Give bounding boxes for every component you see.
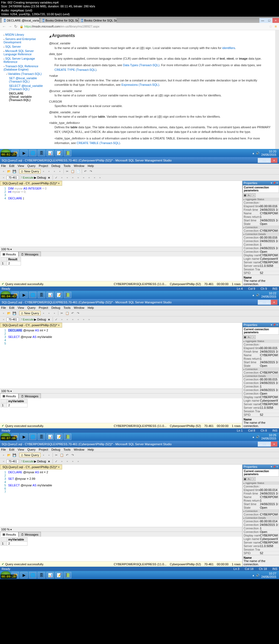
taskbar-media[interactable]: ▶ bbox=[20, 150, 28, 156]
sql-editor[interactable]: 1DIM myvar AS INTEGER = 0 2int myvar = 0… bbox=[0, 186, 242, 247]
tb-save[interactable]: 💾 bbox=[12, 169, 17, 174]
tb-btn[interactable]: ▫ bbox=[98, 175, 102, 180]
star-icon[interactable]: ☆ bbox=[269, 24, 272, 29]
sidebar-item[interactable]: Microsoft SQL Server Language Reference bbox=[1, 49, 44, 56]
system-tray[interactable]: ▴🔊 10:2024/06/2015 bbox=[253, 150, 278, 156]
tb-btn[interactable]: ▫ bbox=[1, 175, 6, 180]
tb-undo[interactable]: ↶ bbox=[83, 169, 88, 174]
results-tab[interactable]: ▦ Results bbox=[0, 252, 19, 257]
sidebar-item[interactable]: SELECT @local_variable (Transact-SQL) bbox=[1, 84, 44, 91]
tb-check[interactable]: ✓ bbox=[54, 175, 59, 180]
tb-btn[interactable]: ▫ bbox=[76, 175, 81, 180]
tb-btn[interactable]: ▫ bbox=[65, 175, 70, 180]
link-create-type[interactable]: CREATE TYPE (Transact-SQL) bbox=[54, 68, 96, 71]
zoom-indicator[interactable]: 100 % ▾ bbox=[0, 247, 242, 251]
menu-tools[interactable]: Tools bbox=[63, 164, 71, 167]
tb-btn[interactable]: ▫ bbox=[41, 169, 46, 174]
pin-icon[interactable]: ▾ 📌 × bbox=[271, 182, 278, 184]
tab-active[interactable]: mDECLARE @local_variabl× bbox=[1, 18, 40, 23]
menu-query[interactable]: Query bbox=[27, 164, 35, 167]
tb-copy[interactable]: 📋 bbox=[70, 169, 75, 174]
prop-row: Connection rov1 bbox=[242, 243, 279, 246]
tb-open[interactable]: 📂 bbox=[7, 169, 11, 174]
tb-new[interactable]: ▫ bbox=[1, 169, 6, 174]
tab-2[interactable]: mBooks Online for SQL Ser× bbox=[40, 18, 78, 23]
reload-button[interactable]: ↻ bbox=[14, 24, 17, 29]
arguments-heading: Arguments bbox=[49, 32, 271, 39]
sidebar-item[interactable]: Transact-SQL Reference (Database Engine) bbox=[1, 64, 44, 72]
sidebar-item[interactable]: MSDN Library bbox=[1, 32, 44, 37]
tb-cut[interactable]: ✂ bbox=[65, 169, 70, 174]
tb-btn[interactable]: ▫ bbox=[59, 175, 64, 180]
tb-btn[interactable]: ▫ bbox=[81, 175, 86, 180]
menu-view[interactable]: View bbox=[18, 164, 24, 167]
menu-help[interactable]: Help bbox=[88, 164, 94, 167]
taskbar-excel2[interactable]: 📗 bbox=[64, 150, 71, 156]
debug-button[interactable]: ▶ Debug bbox=[34, 176, 46, 179]
menu-window[interactable]: Window bbox=[74, 164, 84, 167]
tb-redo[interactable]: ↷ bbox=[89, 169, 93, 174]
maximize-button[interactable]: □ bbox=[266, 18, 272, 23]
maximize-button[interactable]: □ bbox=[264, 158, 271, 163]
tb-btn[interactable]: ▫ bbox=[92, 175, 97, 180]
prop-row: Connection fail bbox=[242, 201, 279, 205]
tab-3[interactable]: mBooks Online for SQL Ser× bbox=[79, 18, 117, 23]
taskbar-ssms[interactable]: 🗄 bbox=[38, 150, 45, 156]
url-input[interactable]: 🔒 https://msdn.microsoft.com/en-us/libra… bbox=[20, 25, 267, 28]
tb-paste[interactable]: 📄 bbox=[76, 169, 81, 174]
results-grid[interactable]: Result 12 bbox=[0, 257, 242, 281]
alpha-icon[interactable]: A↓ bbox=[247, 193, 251, 197]
link-expressions[interactable]: Expressions (Transact-SQL) bbox=[122, 83, 159, 86]
tb-btn[interactable]: ▫ bbox=[57, 169, 62, 174]
execute-button[interactable]: ! Execute bbox=[21, 176, 34, 179]
minimize-button[interactable]: — bbox=[258, 158, 264, 163]
link-data-types[interactable]: Data Types (Transact-SQL) bbox=[123, 63, 159, 67]
video-timestamp: 00:02:25 bbox=[1, 152, 17, 157]
new-query-button[interactable]: 🗋 New Query bbox=[19, 169, 41, 173]
minimize-button[interactable]: — bbox=[259, 18, 266, 23]
menu-icon[interactable]: ≡ bbox=[275, 24, 277, 29]
props-icon[interactable]: ▫ bbox=[252, 193, 256, 197]
prop-row: Finish time24/06/2015 10:03:10 bbox=[242, 208, 279, 212]
messages-tab[interactable]: 🗒 Messages bbox=[19, 252, 41, 257]
ssms-toolbar-2: ▫ 70-461 ! Execute ▶ Debug ■ ✓▫▫▫▫▫▫▫▫ bbox=[0, 175, 279, 181]
menu-file[interactable]: File bbox=[1, 164, 6, 167]
sql-editor[interactable]: 1DECLARE @myvar AS int = 2 2 3SET @myvar… bbox=[0, 469, 242, 527]
windows-taskbar: 00:07:06 📁▶🌐🗄📊📝📗 ▴🔊10:2524/06/2015 bbox=[0, 433, 279, 441]
forward-button[interactable]: → bbox=[8, 24, 12, 29]
close-button[interactable]: × bbox=[271, 158, 277, 163]
taskbar-word[interactable]: 📝 bbox=[55, 150, 63, 156]
sidebar-item[interactable]: SET @local_variable (Transact-SQL) bbox=[1, 76, 44, 84]
database-selector[interactable]: 70-461 bbox=[7, 176, 19, 180]
menu-edit[interactable]: Edit bbox=[9, 164, 14, 167]
tb-btn[interactable]: ▫ bbox=[47, 169, 51, 174]
link-create-table[interactable]: CREATE TABLE (Transact-SQL) bbox=[77, 141, 120, 145]
tb-btn[interactable]: ▫ bbox=[52, 169, 57, 174]
taskbar-excel[interactable]: 📊 bbox=[46, 150, 54, 156]
ssms-window-1: SQLQuery2.sql - CYBERPOWER\SQLEXPRESS.70… bbox=[0, 157, 279, 291]
speaker-icon[interactable]: 🔊 bbox=[256, 151, 260, 155]
back-button[interactable]: ← bbox=[2, 24, 6, 29]
menu-debug[interactable]: Debug bbox=[51, 164, 60, 167]
tb-stop[interactable]: ■ bbox=[47, 175, 51, 180]
sql-editor[interactable]: 1DECLARE @myvar AS int = 2 2 3SELECT @my… bbox=[0, 328, 242, 389]
tb-btn[interactable]: ▫ bbox=[87, 175, 92, 180]
props-category[interactable]: Aggregate Status bbox=[242, 198, 279, 201]
windows-taskbar: 00:09:28 📁▶🌐🗄📊📝📗 ▴🔊10:2724/06/2015 bbox=[0, 571, 279, 579]
tb-btn[interactable]: ▫ bbox=[70, 175, 75, 180]
link-identifiers[interactable]: identifiers bbox=[222, 46, 235, 50]
categorize-icon[interactable]: ▦ bbox=[243, 193, 247, 197]
document-tab[interactable]: SQLQuery2.sql - CY...power\Phillip (52))… bbox=[0, 181, 62, 186]
sidebar-item[interactable]: SQL Server Language Reference bbox=[1, 56, 44, 64]
taskbar-chrome[interactable]: 🌐 bbox=[29, 150, 37, 156]
close-button[interactable]: × bbox=[272, 18, 279, 23]
sidebar-item-current[interactable]: DECLARE @local_variable (Transact-SQL) bbox=[1, 91, 44, 102]
lock-icon: 🔒 bbox=[20, 25, 23, 28]
menu-project[interactable]: Project bbox=[39, 164, 48, 167]
tray-arrow-icon[interactable]: ▴ bbox=[253, 151, 254, 155]
sidebar-item[interactable]: Variables (Transact-SQL) bbox=[1, 72, 44, 76]
prop-row: Login nameCyberpower\Phillip bbox=[242, 537, 279, 541]
clock[interactable]: 10:2024/06/2015 bbox=[261, 150, 276, 156]
sidebar-item[interactable]: SQL Server bbox=[1, 44, 44, 49]
sidebar-item[interactable]: Servers and Enterprise Development bbox=[1, 37, 44, 44]
